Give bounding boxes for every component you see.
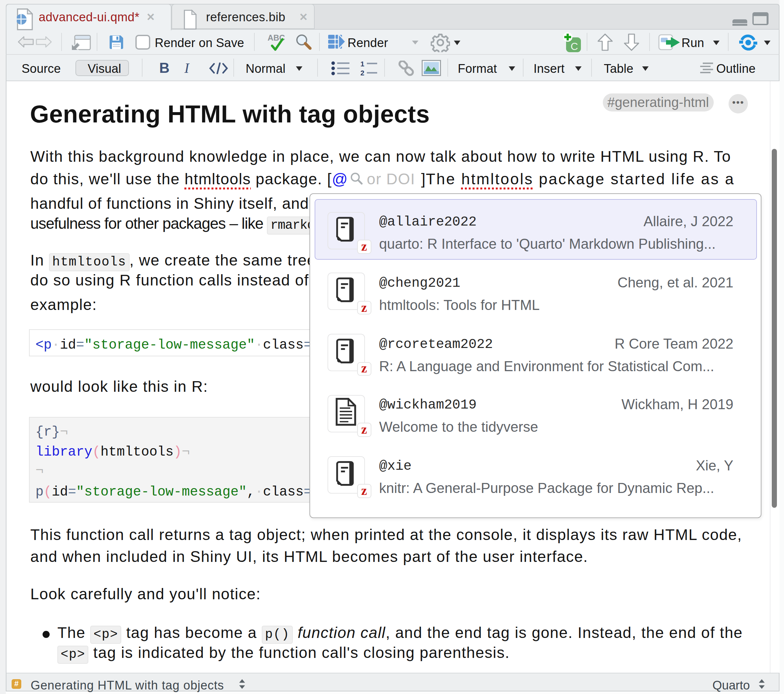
svg-text:C: C bbox=[571, 41, 578, 52]
svg-text:2: 2 bbox=[361, 69, 364, 76]
svg-text:1: 1 bbox=[361, 60, 364, 67]
